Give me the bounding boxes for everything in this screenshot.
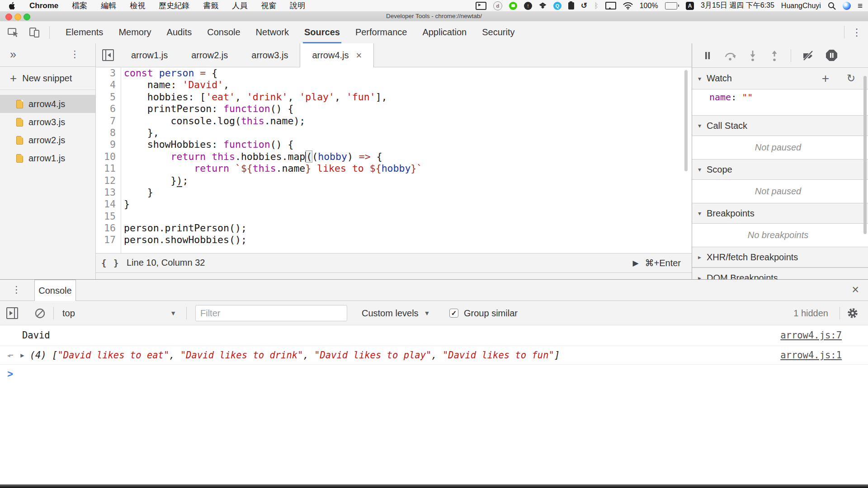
disclosure-triangle-icon[interactable]: ▶	[20, 352, 24, 358]
notification-list-icon[interactable]: ≡	[858, 1, 863, 11]
wifi-icon[interactable]	[623, 2, 633, 9]
console-prompt-row[interactable]: >	[0, 365, 868, 384]
tab-security[interactable]: Security	[474, 21, 522, 43]
pause-script-icon[interactable]	[702, 50, 713, 61]
snippet-item[interactable]: arrow4.js	[0, 95, 95, 113]
console-log-row[interactable]: Davidarrow4.js:7	[0, 325, 868, 346]
pause-on-exceptions-icon[interactable]	[826, 49, 838, 61]
close-tab-icon[interactable]: ×	[356, 51, 362, 61]
snippet-item[interactable]: arrow1.js	[0, 149, 95, 167]
devtools-menu-kebab-icon[interactable]: ⋮	[852, 21, 862, 43]
line-number: 17	[96, 234, 116, 246]
section-header-xhr-fetch-breakpoints[interactable]: ▸XHR/fetch Breakpoints	[692, 247, 868, 267]
drawer-menu-kebab-icon[interactable]: ⋮	[12, 284, 21, 295]
console-settings-gear-icon[interactable]	[847, 308, 858, 319]
section-header-call-stack[interactable]: ▾Call Stack	[692, 115, 868, 136]
step-into-icon[interactable]	[747, 50, 758, 61]
step-over-icon[interactable]	[724, 50, 736, 61]
tab-elements[interactable]: Elements	[58, 21, 111, 43]
array-item: "David likes to drink"	[180, 350, 303, 361]
tab-audits[interactable]: Audits	[159, 21, 200, 43]
bluetooth-icon[interactable]: ᛒ	[594, 2, 599, 10]
step-out-icon[interactable]	[769, 50, 780, 61]
refresh-watch-icon[interactable]: ↻	[847, 72, 855, 84]
airplay-display-icon[interactable]	[605, 2, 616, 9]
menubar-item[interactable]: 書籤	[203, 0, 218, 11]
hide-navigator-icon[interactable]	[102, 49, 114, 61]
section-title: Call Stack	[707, 121, 747, 131]
q-app-icon[interactable]: Q	[553, 2, 561, 10]
line-number: 6	[96, 103, 116, 115]
screen-record-icon[interactable]	[476, 2, 486, 10]
code-token: =>	[359, 151, 371, 162]
snippet-item[interactable]: arrow3.js	[0, 113, 95, 131]
tab-console[interactable]: Console	[199, 21, 248, 43]
watch-section-header[interactable]: ▾ Watch + ↻	[692, 68, 868, 89]
input-source-icon[interactable]: A	[686, 2, 694, 10]
menubar-item[interactable]: 人員	[232, 0, 247, 11]
device-toolbar-icon[interactable]	[28, 27, 40, 38]
time-machine-icon[interactable]: ↺	[581, 1, 587, 10]
new-snippet-button[interactable]: + New snippet	[0, 67, 95, 90]
pretty-print-icon[interactable]: { }	[101, 257, 119, 269]
tab-memory[interactable]: Memory	[111, 21, 159, 43]
show-console-sidebar-icon[interactable]	[6, 301, 18, 325]
console-result-row[interactable]: ◂▶(4) ["David likes to eat", "David like…	[0, 346, 868, 365]
source-link[interactable]: arrow4.js:1	[780, 351, 842, 360]
more-tabs-icon[interactable]: »	[10, 48, 16, 61]
watch-expression[interactable]: name: ""	[692, 89, 868, 115]
apple-menu-icon[interactable]	[9, 2, 16, 10]
run-snippet-button[interactable]: ▶ ⌘+Enter	[632, 258, 681, 268]
context-selector[interactable]: top ▼	[62, 301, 176, 325]
source-link[interactable]: arrow4.js:7	[780, 331, 842, 340]
code-token: }	[410, 163, 416, 174]
debugger-scrollbar[interactable]	[863, 76, 867, 234]
inspect-element-icon[interactable]	[7, 27, 19, 38]
editor-tab[interactable]: arrow4.js×	[300, 43, 374, 67]
log-levels-selector[interactable]: Custom levels ▼	[362, 301, 430, 325]
section-header-scope[interactable]: ▾Scope	[692, 159, 868, 180]
tab-application[interactable]: Application	[415, 21, 474, 43]
navigator-menu-kebab-icon[interactable]: ⋮	[70, 49, 80, 60]
clear-console-icon[interactable]	[34, 301, 46, 325]
editor-tab[interactable]: arrow1.js	[119, 43, 179, 67]
add-watch-icon[interactable]: +	[822, 71, 829, 86]
group-similar-checkbox[interactable]: ✓	[449, 309, 458, 318]
dropbox-icon[interactable]	[539, 2, 547, 9]
levels-label: Custom levels	[362, 308, 419, 319]
siri-icon[interactable]	[843, 2, 851, 10]
tab-network[interactable]: Network	[248, 21, 297, 43]
section-header-breakpoints[interactable]: ▾Breakpoints	[692, 203, 868, 224]
d-circle-icon[interactable]: d	[493, 1, 502, 10]
code-token: ,	[288, 91, 299, 103]
menubar-clock[interactable]: 3月15日 週四 下午6:35	[701, 1, 774, 10]
menubar-item[interactable]: 編輯	[101, 0, 116, 11]
console-tab[interactable]: Console	[34, 280, 76, 301]
menubar-app-name[interactable]: Chrome	[29, 1, 58, 10]
editor-tab[interactable]: arrow2.js	[179, 43, 240, 67]
line-number: 7	[96, 115, 116, 127]
menubar-item[interactable]: 檢視	[130, 0, 145, 11]
tab-sources[interactable]: Sources	[297, 21, 348, 43]
search-icon[interactable]	[828, 2, 836, 10]
menubar-username[interactable]: HuangChuyi	[781, 2, 821, 10]
cloud-upload-icon[interactable]: ↑	[524, 2, 532, 10]
menubar-item[interactable]: 視窗	[261, 0, 276, 11]
group-similar-toggle[interactable]: ✓ Group similar	[449, 301, 518, 325]
menubar-item[interactable]: 檔案	[72, 0, 87, 11]
menubar-item[interactable]: 歷史紀錄	[159, 0, 189, 11]
menubar-item[interactable]: 說明	[290, 0, 305, 11]
code-line: name: 'David',	[124, 79, 692, 91]
editor-scrollbar[interactable]	[684, 70, 688, 171]
clipboard-icon[interactable]	[568, 2, 574, 9]
close-drawer-icon[interactable]: ×	[852, 283, 859, 297]
section-header-dom-breakpoints[interactable]: ▸DOM Breakpoints	[692, 267, 868, 279]
line-app-icon[interactable]	[509, 2, 517, 10]
code-editor[interactable]: 34567891011121314151617 const person = {…	[96, 67, 692, 253]
editor-tab[interactable]: arrow3.js	[240, 43, 300, 67]
snippet-item[interactable]: arrow2.js	[0, 131, 95, 149]
filter-input[interactable]	[195, 305, 347, 321]
tab-performance[interactable]: Performance	[348, 21, 415, 43]
code-token: showHobbies:	[124, 139, 223, 150]
deactivate-breakpoints-icon[interactable]	[802, 50, 815, 61]
